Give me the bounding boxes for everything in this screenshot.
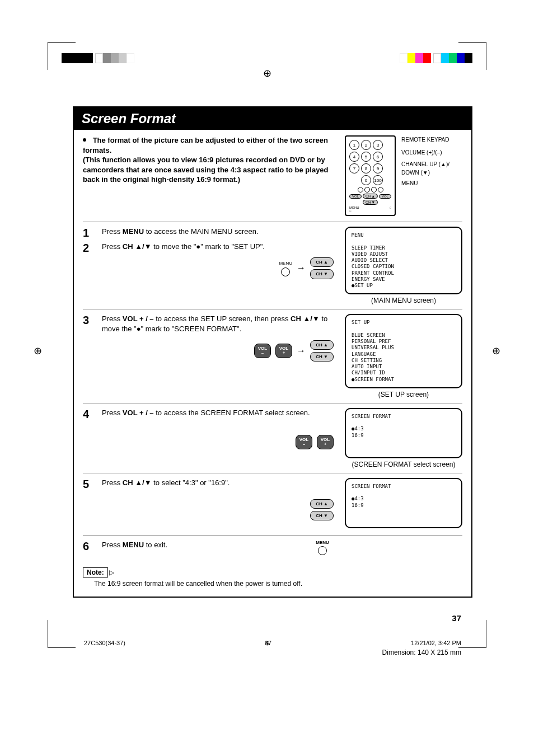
step-number: 6	[83, 540, 96, 553]
register-cross-bottom: ⊕	[265, 640, 270, 647]
remote-label-channel: CHANNEL UP (▲)/ DOWN (▼)	[401, 160, 462, 177]
menu-button-icon: MENU	[306, 540, 339, 555]
ch-up-button: CH ▲	[310, 340, 334, 350]
crop-mark-bl	[48, 620, 76, 648]
osd-setup: SET UP BLUE SCREEN PERSONAL PREF UNIVERS…	[345, 314, 462, 388]
step-2-text: Press CH ▲/▼ to move the "●" mark to "SE…	[102, 242, 339, 279]
vol-plus-button: VOL+	[275, 344, 292, 358]
vol-minus-button: VOL–	[296, 435, 312, 449]
remote-label-menu: MENU	[401, 179, 462, 187]
main-content-frame: Screen Format The format of the picture …	[73, 106, 472, 598]
register-cross-right: ⊕	[492, 345, 500, 357]
bullet-icon	[83, 138, 86, 142]
note-text: The 16:9 screen format will be cancelled…	[94, 580, 462, 588]
ch-up-button: CH ▲	[310, 257, 334, 267]
step-number: 1	[83, 227, 96, 240]
remote-label-volume: VOLUME (+)/(–)	[401, 148, 462, 157]
page-number: 37	[73, 613, 472, 623]
step-5-text: Press CH ▲/▼ to select "4:3" or "16:9". …	[102, 478, 339, 521]
step-number: 3	[83, 314, 96, 327]
menu-button-icon: MENU	[279, 260, 292, 276]
osd-caption: (SCREEN FORMAT select screen)	[345, 461, 462, 468]
arrow-icon: →	[297, 262, 306, 274]
osd-format-select-2: SCREEN FORMAT ●4:3 16:9	[345, 478, 462, 528]
footer-right: 12/21/02, 3:42 PM	[411, 640, 461, 646]
step-number: 5	[83, 478, 96, 491]
section-title: Screen Format	[74, 107, 471, 130]
footer: 27C530(34-37) 37 ⊕ 12/21/02, 3:42 PM	[73, 640, 472, 646]
osd-main-menu: MENU SLEEP TIMER VIDEO ADJUST AUDIO SELE…	[345, 227, 462, 294]
ch-up-button: CH ▲	[310, 499, 334, 509]
note-label: Note:	[83, 567, 108, 577]
osd-caption: (MAIN MENU screen)	[345, 297, 462, 304]
step-number: 4	[83, 408, 96, 421]
register-cross-top: ⊕	[263, 67, 271, 79]
vol-minus-button: VOL–	[254, 344, 271, 358]
step-6-text: Press MENU to exit.	[102, 540, 300, 550]
step-1-text: Press MENU to access the MAIN MENU scree…	[102, 227, 339, 240]
step-number: 2	[83, 242, 96, 279]
step-3-text: Press VOL + / – to access the SET UP scr…	[102, 314, 339, 361]
step-4-text: Press VOL + / – to access the SCREEN FOR…	[102, 408, 339, 449]
ch-down-button: CH ▼	[310, 511, 334, 520]
vol-plus-button: VOL+	[317, 435, 334, 449]
footer-left: 27C530(34-37)	[84, 640, 125, 646]
arrow-icon: →	[297, 345, 306, 357]
remote-label-keypad: REMOTE KEYPAD	[401, 135, 462, 144]
ch-down-button: CH ▼	[310, 269, 334, 279]
crop-mark-br	[458, 620, 486, 648]
note-arrow-icon: ▷	[109, 569, 114, 576]
dimension-text: Dimension: 140 X 215 mm	[73, 649, 472, 656]
intro-sub: (This function allows you to view 16:9 p…	[83, 156, 329, 184]
register-cross-left: ⊕	[34, 345, 42, 357]
intro-paragraph: The format of the picture can be adjuste…	[83, 135, 334, 185]
osd-format-select: SCREEN FORMAT ●4:3 16:9	[345, 408, 462, 458]
remote-diagram: 123 456 789 0100	[345, 135, 462, 216]
intro-main: The format of the picture can be adjuste…	[83, 136, 328, 154]
ch-down-button: CH ▼	[310, 352, 334, 361]
note-section: Note:▷ The 16:9 screen format will be ca…	[83, 560, 462, 588]
osd-caption: (SET UP screen)	[345, 391, 462, 398]
